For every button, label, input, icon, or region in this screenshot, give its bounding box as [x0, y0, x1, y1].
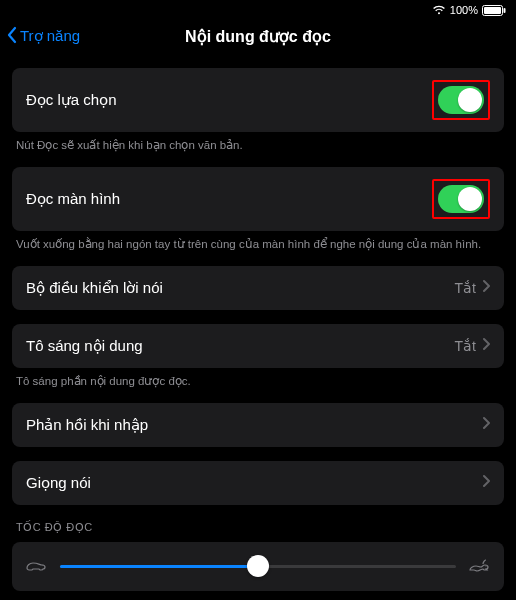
svg-point-3: [42, 564, 43, 565]
back-label: Trợ năng: [20, 27, 80, 45]
row-label: Đọc lựa chọn: [26, 91, 117, 109]
row-voices[interactable]: Giọng nói: [12, 461, 504, 505]
row-label: Phản hồi khi nhập: [26, 416, 148, 434]
battery-icon: [482, 5, 506, 16]
nav-bar: Trợ năng Nội dung được đọc: [0, 18, 516, 54]
wifi-icon: [432, 5, 446, 15]
row-value: Tắt: [455, 280, 476, 296]
back-button[interactable]: Trợ năng: [6, 26, 80, 47]
annotation-highlight: [432, 80, 490, 120]
annotation-highlight: [432, 179, 490, 219]
row-speed-slider: [12, 542, 504, 591]
row-label: Giọng nói: [26, 474, 91, 492]
chevron-right-icon: [482, 279, 490, 297]
chevron-right-icon: [482, 416, 490, 434]
row-label: Đọc màn hình: [26, 190, 120, 208]
row-label: Bộ điều khiển lời nói: [26, 279, 163, 297]
section-header-speed: TỐC ĐỘ ĐỌC: [12, 505, 504, 534]
row-label: Tô sáng nội dung: [26, 337, 143, 355]
slider-fill: [60, 565, 258, 568]
toggle-speak-selection[interactable]: [438, 86, 484, 114]
slider-thumb[interactable]: [247, 555, 269, 577]
row-speech-controller[interactable]: Bộ điều khiển lời nói Tắt: [12, 266, 504, 310]
row-highlight-content[interactable]: Tô sáng nội dung Tắt: [12, 324, 504, 368]
row-footer: Nút Đọc sẽ xuất hiện khi bạn chọn văn bả…: [12, 132, 504, 153]
battery-percent: 100%: [450, 4, 478, 16]
row-speak-screen[interactable]: Đọc màn hình: [12, 167, 504, 231]
row-speak-selection[interactable]: Đọc lựa chọn: [12, 68, 504, 132]
row-footer: Vuốt xuống bằng hai ngón tay từ trên cùn…: [12, 231, 504, 252]
row-footer: Tô sáng phần nội dung được đọc.: [12, 368, 504, 389]
chevron-right-icon: [482, 474, 490, 492]
row-typing-feedback[interactable]: Phản hồi khi nhập: [12, 403, 504, 447]
chevron-left-icon: [6, 26, 18, 47]
row-value: Tắt: [455, 338, 476, 354]
chevron-right-icon: [482, 337, 490, 355]
svg-rect-1: [484, 7, 501, 14]
svg-point-4: [485, 565, 486, 566]
hare-icon: [468, 556, 490, 577]
svg-rect-2: [504, 8, 506, 13]
speed-slider[interactable]: [60, 565, 456, 568]
status-bar: 100%: [0, 0, 516, 18]
toggle-speak-screen[interactable]: [438, 185, 484, 213]
tortoise-icon: [26, 556, 48, 577]
